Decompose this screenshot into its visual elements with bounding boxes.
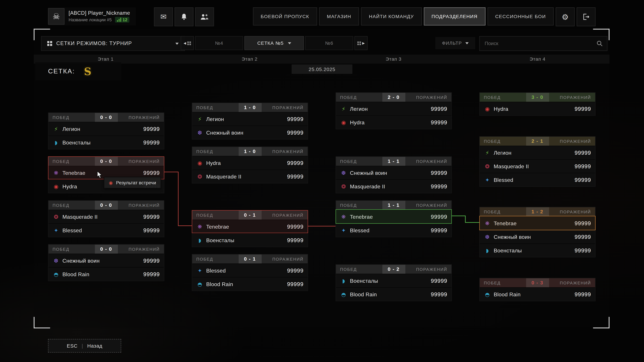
team-row[interactable]: ❂Masquerade II99999 (192, 169, 308, 183)
losses-label: ПОРАЖЕНИЙ (262, 211, 308, 220)
team-row[interactable]: ✦Blessed99999 (480, 173, 595, 186)
team-faction-icon: ❆ (52, 258, 60, 264)
team-row[interactable]: ❂Masquerade II99999 (48, 210, 164, 223)
team-name: Военсталы (206, 237, 234, 243)
team-row[interactable]: ❆Снежный воин99999 (48, 254, 164, 267)
team-row[interactable]: ❆Снежный воин99999 (336, 166, 451, 179)
team-row[interactable]: ⚡Легион99999 (48, 122, 164, 135)
team-score: 99999 (287, 173, 304, 180)
team-score: 99999 (287, 223, 304, 230)
team-name: Masquerade II (350, 183, 385, 189)
team-faction-icon: ✦ (196, 268, 204, 274)
match-card[interactable]: ПОБЕД0 - 2ПОРАЖЕНИЙ◗Военсталы99999◓Blood… (336, 264, 452, 301)
team-name: Легион (206, 116, 224, 122)
team-row[interactable]: ❆Снежный воин99999 (192, 125, 308, 139)
wins-label: ПОБЕД (192, 147, 238, 156)
team-faction-icon: ◉ (52, 183, 60, 189)
team-row[interactable]: ❋Tenebrae99999 (480, 216, 595, 230)
match-card[interactable]: ПОБЕД0 - 0ПОРАЖЕНИЙ⚡Легион99999◗Военстал… (48, 112, 164, 149)
match-score: 3 - 0 (526, 93, 549, 102)
team-name: Blood Rain (206, 281, 233, 287)
wins-label: ПОБЕД (48, 157, 95, 166)
team-faction-icon: ⚡ (484, 150, 491, 156)
match-score: 0 - 0 (94, 201, 118, 210)
mouse-cursor (97, 171, 104, 179)
team-row[interactable]: ◓Blood Rain99999 (192, 277, 308, 291)
team-row[interactable]: ✦Blessed99999 (336, 223, 451, 237)
team-faction-icon: ❆ (196, 130, 204, 136)
match-score: 2 - 1 (526, 137, 549, 146)
team-row[interactable]: ◗Военсталы99999 (48, 135, 164, 149)
team-row[interactable]: ❂Masquerade II99999 (336, 179, 451, 193)
match-card-header: ПОБЕД1 - 1ПОРАЖЕНИЙ (336, 201, 451, 210)
team-score: 99999 (431, 170, 447, 176)
team-score: 99999 (287, 237, 304, 243)
team-row[interactable]: ◉Hydra99999 (336, 115, 451, 129)
team-name: Hydra (350, 119, 364, 125)
team-faction-icon: ✦ (52, 227, 60, 233)
match-card[interactable]: ПОБЕД1 - 0ПОРАЖЕНИЙ◉Hydra99999❂Masquerad… (192, 146, 308, 183)
team-name: Tenebrae (62, 170, 85, 176)
team-faction-icon: ❂ (340, 183, 347, 189)
match-card[interactable]: ПОБЕД0 - 1ПОРАЖЕНИЙ✦Blessed99999◓Blood R… (192, 254, 308, 291)
team-row[interactable]: ❆Снежный воин99999 (480, 230, 595, 243)
team-faction-icon: ◓ (52, 271, 60, 277)
match-card[interactable]: ПОБЕД0 - 1ПОРАЖЕНИЙ❋Tenebrae99999◗Военст… (192, 210, 308, 247)
team-row[interactable]: ◉Hydra99999 (480, 102, 595, 115)
losses-label: ПОРАЖЕНИЙ (118, 201, 164, 210)
match-card-header: ПОБЕД0 - 0ПОРАЖЕНИЙ (48, 201, 164, 210)
match-card-header: ПОБЕД1 - 1ПОРАЖЕНИЙ (336, 157, 451, 166)
match-card[interactable]: ПОБЕД0 - 0ПОРАЖЕНИЙ❆Снежный воин99999◓Bl… (48, 244, 164, 281)
team-name: Военсталы (62, 139, 90, 145)
team-row[interactable]: ◉Hydra99999 (192, 156, 308, 170)
match-card-header: ПОБЕД1 - 0ПОРАЖЕНИЙ (192, 103, 308, 112)
team-row[interactable]: ❂Masquerade II99999 (480, 159, 595, 173)
match-card[interactable]: ПОБЕД2 - 1ПОРАЖЕНИЙ⚡Легион99999❂Masquera… (479, 136, 596, 187)
team-row[interactable]: ◓Blood Rain99999 (48, 267, 164, 281)
back-button[interactable]: ESC | Назад (48, 339, 121, 353)
team-faction-icon: ❂ (196, 173, 204, 180)
team-row[interactable]: ◓Blood Rain99999 (480, 287, 595, 301)
team-name: Легион (494, 150, 512, 156)
team-name: Blessed (494, 177, 513, 183)
team-row[interactable]: ✦Blessed99999 (48, 223, 164, 237)
team-row[interactable]: ◓Blood Rain99999 (336, 287, 451, 301)
team-faction-icon: ◓ (340, 291, 347, 298)
match-card[interactable]: ПОБЕД2 - 0ПОРАЖЕНИЙ⚡Легион99999◉Hydra999… (336, 92, 452, 129)
match-card-header: ПОБЕД0 - 0ПОРАЖЕНИЙ (48, 157, 164, 166)
team-row[interactable]: ◗Военсталы99999 (480, 243, 595, 257)
back-label: Назад (87, 343, 102, 349)
team-name: Tenebrae (494, 220, 517, 226)
team-row[interactable]: ❋Tenebrae99999 (192, 220, 308, 233)
team-row[interactable]: ⚡Легион99999 (192, 112, 308, 126)
match-card[interactable]: ПОБЕД1 - 1ПОРАЖЕНИЙ❆Снежный воин99999❂Ma… (336, 156, 452, 193)
team-row[interactable]: ◗Военсталы99999 (336, 274, 451, 287)
team-score: 99999 (287, 160, 304, 166)
team-score: 99999 (287, 130, 304, 136)
match-score: 0 - 0 (94, 113, 118, 122)
match-score: 1 - 0 (238, 147, 262, 156)
team-score: 99999 (574, 106, 591, 112)
team-row[interactable]: ◗Военсталы99999 (192, 233, 308, 247)
match-card[interactable]: ПОБЕД1 - 0ПОРАЖЕНИЙ⚡Легион99999❆Снежный … (192, 103, 308, 139)
team-row[interactable]: ⚡Легион99999 (336, 102, 451, 115)
match-card[interactable]: ПОБЕД0 - 0ПОРАЖЕНИЙ❂Masquerade II99999✦B… (48, 200, 164, 237)
losses-label: ПОРАЖЕНИЙ (549, 278, 595, 287)
team-faction-icon: ❋ (196, 223, 204, 230)
team-row[interactable]: ❋Tenebrae99999 (336, 210, 451, 223)
team-score: 99999 (431, 227, 447, 233)
tournament-screen: ☠ [ABCD] Player_Nickname Название локаци… (0, 0, 644, 362)
team-score: 99999 (431, 119, 447, 125)
match-card[interactable]: ПОБЕД1 - 1ПОРАЖЕНИЙ❋Tenebrae99999✦Blesse… (336, 200, 452, 237)
match-card[interactable]: ПОБЕД3 - 0ПОРАЖЕНИЙ◉Hydra99999 (479, 92, 596, 116)
match-card[interactable]: ПОБЕД1 - 2ПОРАЖЕНИЙ❋Tenebrae99999❆Снежны… (479, 207, 596, 257)
team-score: 99999 (287, 281, 304, 287)
wins-label: ПОБЕД (48, 201, 95, 210)
wins-label: ПОБЕД (336, 157, 382, 166)
team-row[interactable]: ✦Blessed99999 (192, 264, 308, 277)
team-faction-icon: ◗ (340, 278, 347, 284)
match-card[interactable]: ПОБЕД0 - 3ПОРАЖЕНИЙ◓Blood Rain99999 (479, 278, 596, 301)
team-faction-icon: ❂ (484, 163, 491, 169)
team-name: Masquerade II (206, 173, 241, 180)
team-row[interactable]: ⚡Легион99999 (480, 146, 595, 159)
